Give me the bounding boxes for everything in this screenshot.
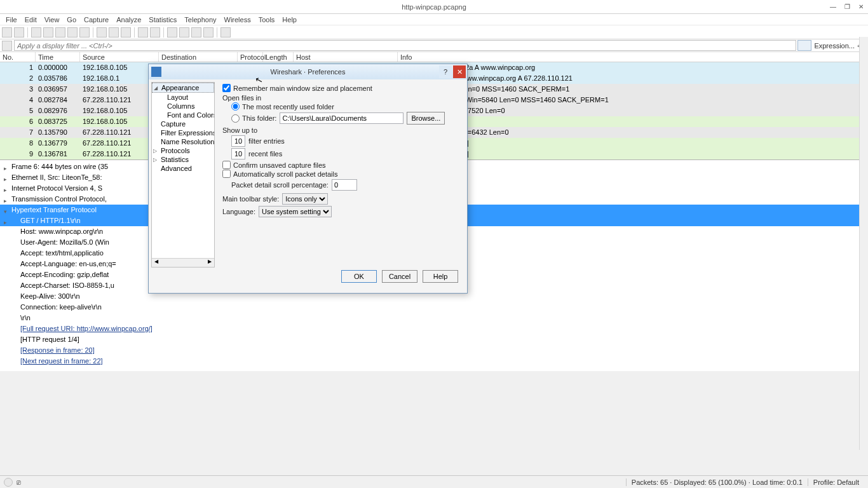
toolbar-btn-6[interactable]	[67, 27, 78, 37]
close-button[interactable]: ✕	[854, 0, 868, 13]
scroll-right-icon[interactable]: ▶	[205, 259, 214, 267]
menu-help[interactable]: Help	[279, 15, 300, 24]
preferences-tree[interactable]: Appearance Layout Columns Font and Color…	[151, 82, 215, 268]
this-folder-radio[interactable]: This folder:	[231, 114, 276, 123]
toolbar-btn-14[interactable]	[179, 27, 189, 37]
dialog-title: Wireshark · Preferences	[271, 68, 346, 76]
remember-window-checkbox[interactable]: Remember main window size and placement	[222, 84, 462, 92]
col-length[interactable]: Length	[263, 52, 294, 62]
open-files-in-label: Open files in	[222, 94, 462, 102]
filter-dropdown-button[interactable]	[797, 40, 811, 51]
main-menu-bar: File Edit View Go Capture Analyze Statis…	[0, 14, 868, 25]
confirm-unsaved-checkbox[interactable]: Confirm unsaved capture files	[222, 161, 462, 169]
tree-filter-expressions[interactable]: Filter Expressions	[152, 128, 214, 137]
tree-protocols[interactable]: Protocols	[152, 146, 214, 155]
language-select[interactable]: Use system setting	[259, 206, 332, 217]
tree-columns[interactable]: Columns	[152, 102, 214, 111]
menu-file[interactable]: File	[3, 15, 20, 24]
scroll-left-icon[interactable]: ◀	[152, 259, 161, 267]
detail-crlf[interactable]: \r\n	[0, 313, 868, 323]
status-expert-icon[interactable]	[4, 478, 13, 487]
dialog-help-icon[interactable]: ?	[439, 65, 452, 78]
toolbar-btn-15[interactable]	[191, 27, 201, 37]
toolbar-btn-2[interactable]	[14, 27, 24, 37]
tree-appearance[interactable]: Appearance	[152, 83, 214, 93]
status-capture-icon[interactable]: ⎚	[17, 478, 25, 486]
expression-button[interactable]: Expression...	[814, 42, 855, 50]
most-recent-radio[interactable]: The most recently used folder	[231, 102, 462, 111]
tree-statistics[interactable]: Statistics	[152, 155, 214, 164]
minimize-button[interactable]: —	[826, 0, 840, 13]
tree-name-resolution[interactable]: Name Resolution	[152, 137, 214, 146]
col-host[interactable]: Host	[294, 52, 398, 62]
folder-path-input[interactable]	[280, 112, 403, 124]
wireshark-icon	[151, 67, 161, 77]
menu-edit[interactable]: Edit	[22, 15, 40, 24]
col-destination[interactable]: Destination	[159, 52, 238, 62]
menu-telephony[interactable]: Telephony	[181, 15, 219, 24]
display-filter-bar: Expression... +	[0, 39, 868, 52]
tree-capture[interactable]: Capture	[152, 119, 214, 128]
window-title: http-winpcap.pcapng	[402, 3, 466, 11]
menu-statistics[interactable]: Statistics	[146, 15, 180, 24]
main-toolbar	[0, 25, 868, 39]
maximize-button[interactable]: ❐	[840, 0, 854, 13]
cancel-button[interactable]: Cancel	[382, 270, 417, 283]
status-packets: Packets: 65 · Displayed: 65 (100.0%) · L…	[626, 478, 808, 486]
recent-files-input[interactable]	[231, 148, 245, 159]
menu-view[interactable]: View	[41, 15, 63, 24]
toolbar-btn-11[interactable]	[138, 27, 148, 37]
status-profile[interactable]: Profile: Default	[808, 478, 864, 486]
menu-capture[interactable]: Capture	[81, 15, 112, 24]
detail-connection[interactable]: Connection: keep-alive\r\n	[0, 302, 868, 313]
detail-http-request[interactable]: [HTTP request 1/4]	[0, 334, 868, 345]
detail-full-uri[interactable]: [Full request URI: http://www.winpcap.or…	[0, 323, 868, 334]
toolbar-style-select[interactable]: Icons only	[282, 193, 328, 205]
preferences-content: Remember main window size and placement …	[217, 79, 467, 270]
tree-advanced[interactable]: Advanced	[152, 164, 214, 173]
col-info[interactable]: Info	[398, 52, 868, 62]
menu-tools[interactable]: Tools	[255, 15, 278, 24]
col-no[interactable]: No.	[0, 52, 36, 62]
menu-wireless[interactable]: Wireless	[221, 15, 254, 24]
preferences-dialog: Wireshark · Preferences ? ✕ Appearance L…	[148, 64, 468, 294]
tree-font-colors[interactable]: Font and Colors	[152, 111, 214, 119]
menu-go[interactable]: Go	[64, 15, 79, 24]
col-protocol[interactable]: Protocol	[238, 52, 263, 62]
dialog-close-icon[interactable]: ✕	[453, 65, 466, 78]
col-time[interactable]: Time	[36, 52, 80, 62]
browse-button[interactable]: Browse...	[407, 112, 445, 125]
toolbar-btn-1[interactable]	[2, 27, 12, 37]
toolbar-btn-3[interactable]	[31, 27, 41, 37]
help-button[interactable]: Help	[423, 270, 458, 283]
tree-scrollbar[interactable]: ◀ ▶	[152, 258, 214, 267]
toolbar-btn-13[interactable]	[167, 27, 177, 37]
toolbar-btn-7[interactable]	[79, 27, 90, 37]
vertical-scrollbar[interactable]	[859, 37, 868, 450]
filter-bookmark-icon[interactable]	[2, 41, 12, 51]
window-title-bar: http-winpcap.pcapng — ❐ ✕	[0, 0, 868, 14]
toolbar-btn-17[interactable]	[220, 27, 231, 37]
detail-response-frame[interactable]: [Response in frame: 20]	[0, 345, 868, 356]
show-up-to-label: Show up to	[222, 126, 462, 134]
toolbar-btn-9[interactable]	[109, 27, 119, 37]
menu-analyze[interactable]: Analyze	[113, 15, 144, 24]
display-filter-input[interactable]	[14, 40, 796, 51]
packet-list-header: No. Time Source Destination Protocol Len…	[0, 52, 868, 62]
detail-next-request[interactable]: [Next request in frame: 22]	[0, 356, 868, 367]
tree-layout[interactable]: Layout	[152, 93, 214, 102]
filter-entries-input[interactable]	[231, 135, 245, 147]
scroll-percentage-input[interactable]	[332, 179, 357, 191]
toolbar-btn-4[interactable]	[43, 27, 53, 37]
dialog-title-bar[interactable]: Wireshark · Preferences ? ✕	[149, 64, 467, 79]
toolbar-btn-12[interactable]	[150, 27, 160, 37]
ok-button[interactable]: OK	[341, 270, 377, 283]
toolbar-btn-10[interactable]	[121, 27, 131, 37]
col-source[interactable]: Source	[80, 52, 159, 62]
toolbar-btn-16[interactable]	[203, 27, 214, 37]
toolbar-btn-5[interactable]	[55, 27, 65, 37]
toolbar-btn-8[interactable]	[97, 27, 107, 37]
status-bar: ⎚ Packets: 65 · Displayed: 65 (100.0%) ·…	[0, 475, 868, 488]
auto-scroll-checkbox[interactable]: Automatically scroll packet details	[222, 170, 462, 178]
